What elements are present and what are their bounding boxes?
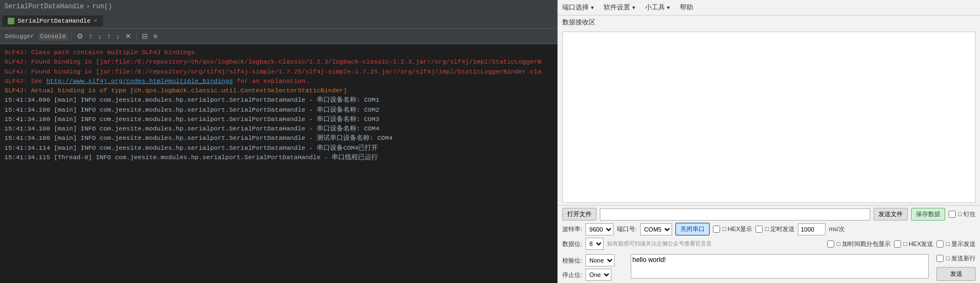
ide-panel: SerialPortDataHandle › run() SerialPortD…	[0, 0, 557, 283]
console-line: 15:41:34.096 [main] INFO com.jeesite.mod…	[4, 95, 553, 104]
console-line: SLF4J: See http://www.slf4j.org/codes.ht…	[4, 76, 553, 86]
pin-checkbox-input[interactable]	[949, 211, 956, 218]
toolbar-sep-1	[71, 32, 72, 41]
ide-toolbar: Debugger Console ⚙ ↑ ↓ ↑ ↓ ✕ ⊟ ≡	[0, 29, 557, 44]
hex-display-input[interactable]	[713, 226, 720, 233]
send-btn[interactable]: 发送	[936, 267, 976, 281]
tab-bar: SerialPortDataHandle ×	[0, 13, 557, 29]
save-data-btn[interactable]: 保存数据	[911, 208, 945, 221]
tab-label: SerialPortDataHandle	[18, 18, 90, 24]
add-timestamp-input[interactable]	[827, 240, 834, 248]
toolbar-btn-4[interactable]: ↑	[105, 31, 113, 41]
send-newline-input[interactable]	[936, 255, 944, 262]
menu-tools[interactable]: 小工具 ▼	[645, 3, 671, 12]
menu-port-select[interactable]: 端口选择 ▼	[562, 3, 595, 12]
java-file-icon	[8, 18, 14, 24]
timed-ms-input[interactable]	[798, 223, 825, 235]
timed-send-input[interactable]	[755, 226, 763, 233]
open-file-btn[interactable]: 打开文件	[562, 208, 596, 221]
slf4j-link[interactable]: http://www.slf4j.org/codes.html#multiple…	[46, 77, 233, 85]
hint-text: 如有疑惑可扫描关注左侧公众号查看官言音	[607, 240, 824, 248]
toolbar-sep-2	[136, 32, 137, 41]
console-line: 15:41:34.115 [Thread-0] INFO com.jeesite…	[4, 153, 553, 162]
toolbar-btn-1[interactable]: ⚙	[75, 31, 85, 41]
file-tab[interactable]: SerialPortDataHandle ×	[2, 15, 103, 27]
console-line: SLF4J: Class path contains multiple SLF4…	[4, 48, 553, 57]
hex-send-checkbox[interactable]: □ HEX发送	[894, 240, 933, 248]
timed-send-checkbox[interactable]: □ 定时发送	[755, 225, 795, 233]
breadcrumb: SerialPortDataHandle › run()	[0, 0, 557, 13]
stop-bits-select[interactable]: One	[585, 269, 611, 281]
baud-label: 波特率:	[562, 225, 582, 233]
breadcrumb-class: SerialPortDataHandle	[4, 3, 84, 11]
parity-row: 校验位: None	[562, 254, 623, 266]
toolbar-console-btn[interactable]: Console	[38, 33, 68, 40]
parity-select[interactable]: None	[585, 254, 615, 266]
ms-per-sec-label: ms/次	[829, 225, 845, 233]
toolbar-btn-7[interactable]: ⊟	[140, 31, 150, 41]
toolbar-btn-5[interactable]: ↓	[115, 31, 122, 41]
show-send-input[interactable]	[936, 240, 944, 248]
baud-select[interactable]: 9600	[585, 223, 614, 235]
parity-label: 校验位:	[562, 256, 582, 265]
close-port-btn[interactable]: 关闭串口	[675, 223, 710, 235]
console-line: SLF4J: Found binding in [jar:file:/E:/re…	[4, 67, 553, 76]
send-text-area[interactable]	[631, 254, 929, 279]
console-output: SLF4J: Class path contains multiple SLF4…	[0, 44, 557, 283]
console-line: 15:41:34.114 [main] INFO com.jeesite.mod…	[4, 143, 553, 153]
breadcrumb-method: run()	[92, 3, 112, 11]
receive-area-title: 数据接收区	[558, 15, 980, 29]
console-line: SLF4J: Found binding in [jar:file:/E:/re…	[4, 57, 553, 66]
hex-send-input[interactable]	[894, 240, 901, 248]
serial-controls: 打开文件 发送文件 保存数据 □ 钉住 波特率: 9600 端口号: COM5 …	[558, 205, 980, 254]
stop-bits-label: 停止位:	[562, 271, 582, 279]
console-line: 15:41:34.100 [main] INFO com.jeesite.mod…	[4, 114, 553, 124]
breadcrumb-separator: ›	[86, 3, 90, 11]
serial-receive-area[interactable]	[562, 32, 976, 203]
console-line: 15:41:34.100 [main] INFO com.jeesite.mod…	[4, 133, 553, 143]
port-select[interactable]: COM5	[640, 223, 672, 235]
hex-display-checkbox[interactable]: □ HEX显示	[713, 225, 752, 233]
toolbar-btn-6[interactable]: ✕	[124, 31, 133, 41]
control-row-3: 数据位: 8 如有疑惑可扫描关注左侧公众号查看官言音 □ 加时间戳分包显示 □ …	[562, 238, 976, 250]
toolbar-btn-2[interactable]: ↑	[87, 31, 94, 41]
data-bits-label: 数据位:	[562, 240, 582, 248]
control-row-2: 波特率: 9600 端口号: COM5 关闭串口 □ HEX显示 □ 定时发送 …	[562, 223, 976, 235]
serial-menubar: 端口选择 ▼ 软件设置 ▼ 小工具 ▼ 帮助	[558, 0, 980, 15]
data-bits-select[interactable]: 8	[585, 238, 604, 250]
console-line: 15:41:34.100 [main] INFO com.jeesite.mod…	[4, 124, 553, 133]
toolbar-btn-3[interactable]: ↓	[97, 31, 104, 41]
file-path-input[interactable]	[600, 208, 870, 221]
menu-device-settings[interactable]: 软件设置 ▼	[604, 3, 636, 12]
show-send-checkbox[interactable]: □ 显示发送	[936, 240, 976, 248]
console-line: 15:41:34.100 [main] INFO com.jeesite.mod…	[4, 105, 553, 114]
console-line: SLF4J: Actual binding is of type [ch.qos…	[4, 86, 553, 95]
add-timestamp-checkbox[interactable]: □ 加时间戳分包显示	[827, 240, 891, 248]
toolbar-btn-8[interactable]: ≡	[152, 31, 159, 41]
port-label: 端口号:	[617, 225, 637, 233]
send-file-btn[interactable]: 发送文件	[874, 208, 908, 221]
tab-close-btn[interactable]: ×	[94, 18, 98, 24]
pin-checkbox[interactable]: □ 钉住	[949, 210, 976, 218]
control-row-1: 打开文件 发送文件 保存数据 □ 钉住	[562, 208, 976, 221]
toolbar-debugger-label: Debugger	[3, 32, 36, 41]
menu-help[interactable]: 帮助	[680, 3, 693, 12]
send-newline-checkbox[interactable]: □ 发送新行	[936, 254, 976, 263]
serial-panel: 端口选择 ▼ 软件设置 ▼ 小工具 ▼ 帮助 数据接收区 打开文件 发送文件 保…	[557, 0, 980, 283]
stop-bits-row: 停止位: One	[562, 269, 623, 281]
